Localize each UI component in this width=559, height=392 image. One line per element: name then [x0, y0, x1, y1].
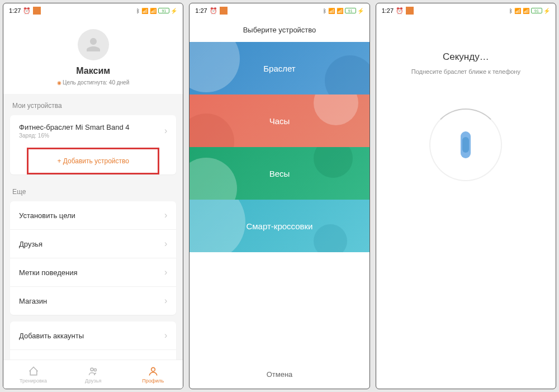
bluetooth-icon: ᛒ: [323, 8, 326, 14]
device-name: Фитнес-браслет Mi Smart Band 4: [19, 123, 130, 131]
alarm-icon: ⏰: [210, 7, 217, 15]
screen-pairing: 1:27 ⏰ ᛒ 📶 📶 91⚡ Секунду… Поднесите брас…: [376, 3, 556, 389]
people-icon: [88, 366, 99, 377]
device-charge: Заряд: 16%: [19, 133, 130, 139]
device-row[interactable]: Фитнес-браслет Mi Smart Band 4 Заряд: 16…: [10, 115, 176, 147]
alarm-icon: ⏰: [396, 7, 404, 15]
list-item-behavior[interactable]: Метки поведения›: [10, 258, 176, 287]
status-bar: 1:27 ⏰ ᛒ 📶 📶 91⚡: [3, 3, 183, 18]
goal-text: ◉Цель достигнута: 40 дней: [3, 79, 183, 86]
status-time: 1:27: [195, 7, 207, 14]
avatar[interactable]: [78, 29, 109, 60]
battery-icon: 91: [345, 8, 356, 13]
device-type-shoes[interactable]: Смарт-кроссовки: [190, 200, 369, 252]
wifi-icon: 📶: [337, 8, 343, 14]
wifi-icon: 📶: [523, 8, 529, 14]
chevron-right-icon: ›: [164, 239, 167, 249]
status-icons: ᛒ 📶 📶 91⚡: [323, 8, 364, 14]
charge-icon: ⚡: [357, 8, 364, 14]
add-device-button[interactable]: + Добавить устройство: [27, 148, 159, 174]
person-icon: [83, 35, 103, 55]
chevron-right-icon: ›: [164, 267, 167, 277]
svg-point-1: [94, 369, 96, 371]
goal-icon: ◉: [57, 80, 61, 86]
status-time: 1:27: [382, 7, 394, 14]
chevron-right-icon: ›: [164, 126, 167, 136]
nav-profile[interactable]: Профиль: [123, 360, 183, 389]
app-notif-icon: [33, 7, 41, 15]
signal-icon: 📶: [141, 8, 148, 14]
screen-profile: 1:27 ⏰ ᛒ 📶 📶 91⚡ Максим ◉Цель достигнута…: [3, 3, 183, 389]
battery-icon: 91: [158, 8, 169, 13]
charge-icon: ⚡: [170, 8, 177, 14]
device-type-band[interactable]: Браслет: [190, 42, 369, 95]
app-notif-icon: [220, 7, 228, 15]
home-icon: [28, 366, 39, 377]
wifi-icon: 📶: [150, 8, 157, 14]
more-section-label: Еще: [3, 180, 183, 201]
profile-icon: [148, 366, 159, 377]
list-item-add-accounts[interactable]: Добавить аккаунты›: [10, 322, 176, 350]
pairing-title: Секунду…: [443, 51, 489, 63]
bottom-nav: Тренировка Друзья Профиль: [3, 360, 183, 389]
status-bar: 1:27 ⏰ ᛒ 📶 📶 91⚡: [376, 3, 556, 18]
chevron-right-icon: ›: [164, 210, 167, 220]
pairing-spinner: [429, 108, 502, 181]
band-icon: [461, 131, 471, 158]
chevron-right-icon: ›: [164, 296, 167, 306]
extra-card: Добавить аккаунты› Отчет об ошибке›: [10, 322, 176, 360]
screen-select-device: 1:27 ⏰ ᛒ 📶 📶 91⚡ Выберите устройство Бра…: [189, 3, 369, 389]
more-card: Установить цели› Друзья› Метки поведения…: [10, 201, 176, 315]
nav-training[interactable]: Тренировка: [3, 360, 63, 389]
svg-point-2: [151, 367, 155, 371]
list-item-store[interactable]: Магазин›: [10, 287, 176, 315]
devices-card: Фитнес-браслет Mi Smart Band 4 Заряд: 16…: [10, 115, 176, 174]
device-type-watch[interactable]: Часы: [190, 95, 369, 147]
profile-header: Максим ◉Цель достигнута: 40 дней: [3, 18, 183, 94]
signal-icon: 📶: [328, 8, 335, 14]
charge-icon: ⚡: [543, 8, 550, 14]
list-item-report-bug[interactable]: Отчет об ошибке›: [10, 350, 176, 360]
pairing-subtitle: Поднесите браслет ближе к телефону: [411, 68, 520, 75]
device-type-scale[interactable]: Весы: [190, 147, 369, 200]
status-icons: ᛒ 📶 📶 91⚡: [136, 8, 177, 14]
devices-section-label: Мои устройства: [3, 94, 183, 115]
list-item-goals[interactable]: Установить цели›: [10, 201, 176, 230]
list-item-friends[interactable]: Друзья›: [10, 230, 176, 258]
username: Максим: [3, 66, 183, 76]
select-device-title: Выберите устройство: [190, 18, 369, 42]
status-icons: ᛒ 📶 📶 91⚡: [509, 8, 550, 14]
bluetooth-icon: ᛒ: [136, 8, 140, 14]
app-notif-icon: [406, 7, 414, 15]
bluetooth-icon: ᛒ: [509, 8, 513, 14]
cancel-button[interactable]: Отмена: [190, 360, 369, 389]
nav-friends[interactable]: Друзья: [63, 360, 123, 389]
status-time: 1:27: [9, 7, 21, 14]
status-bar: 1:27 ⏰ ᛒ 📶 📶 91⚡: [190, 3, 369, 18]
alarm-icon: ⏰: [23, 7, 31, 15]
battery-icon: 91: [531, 8, 542, 13]
signal-icon: 📶: [514, 8, 521, 14]
chevron-right-icon: ›: [164, 330, 167, 341]
svg-point-0: [91, 368, 93, 371]
